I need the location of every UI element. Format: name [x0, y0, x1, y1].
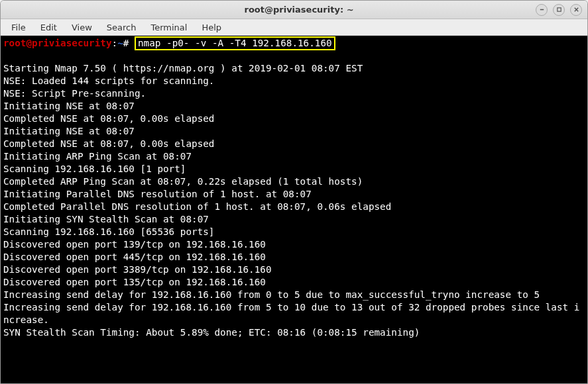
- output-line: Initiating ARP Ping Scan at 08:07: [3, 151, 192, 162]
- maximize-icon: [556, 7, 562, 13]
- output-line: Initiating SYN Stealth Scan at 08:07: [3, 214, 209, 224]
- menu-terminal[interactable]: Terminal: [144, 21, 194, 34]
- output-line: Increasing send delay for 192.168.16.160…: [3, 289, 540, 300]
- output-line: Initiating Parallel DNS resolution of 1 …: [3, 189, 312, 199]
- output-line: Discovered open port 139/tcp on 192.168.…: [3, 239, 266, 250]
- menu-edit[interactable]: Edit: [34, 21, 64, 34]
- minimize-button[interactable]: [536, 4, 548, 16]
- output-line: NSE: Loaded 144 scripts for scanning.: [3, 75, 214, 86]
- output-line: Completed Parallel DNS resolution of 1 h…: [3, 201, 391, 212]
- output-line: Completed NSE at 08:07, 0.00s elapsed: [3, 138, 214, 149]
- output-line: Starting Nmap 7.50 ( https://nmap.org ) …: [3, 63, 363, 73]
- window-titlebar: root@priviasecurity: ~: [1, 1, 587, 19]
- output-line: Increasing send delay for 192.168.16.160…: [3, 302, 579, 325]
- window-controls: [536, 4, 582, 16]
- menu-view[interactable]: View: [65, 21, 99, 34]
- minimize-icon: [539, 7, 545, 13]
- output-line: Discovered open port 135/tcp on 192.168.…: [3, 277, 266, 287]
- output-line: Scanning 192.168.16.160 [65536 ports]: [3, 226, 214, 237]
- prompt-path: ~: [117, 38, 123, 48]
- output-line: Completed NSE at 08:07, 0.00s elapsed: [3, 113, 214, 124]
- output-line: NSE: Script Pre-scanning.: [3, 88, 146, 99]
- menu-file[interactable]: File: [5, 21, 32, 34]
- output-line: Discovered open port 3389/tcp on 192.168…: [3, 264, 272, 275]
- prompt-user-host: root@priviasecurity: [3, 38, 112, 48]
- maximize-button[interactable]: [553, 4, 565, 16]
- menubar: File Edit View Search Terminal Help: [1, 19, 587, 36]
- output-line: Completed ARP Ping Scan at 08:07, 0.22s …: [3, 176, 363, 187]
- prompt-separator: :: [112, 38, 118, 48]
- output-line: Initiating NSE at 08:07: [3, 101, 135, 111]
- window-title: root@priviasecurity: ~: [62, 5, 536, 15]
- menu-help[interactable]: Help: [195, 21, 228, 34]
- prompt-symbol: #: [123, 38, 129, 48]
- output-line: Scanning 192.168.16.160 [1 port]: [3, 164, 186, 174]
- menu-search[interactable]: Search: [100, 21, 143, 34]
- terminal-output[interactable]: root@priviasecurity:~# nmap -p0- -v -A -…: [1, 36, 587, 384]
- output-line: Discovered open port 445/tcp on 192.168.…: [3, 252, 266, 262]
- command-highlight: nmap -p0- -v -A -T4 192.168.16.160: [135, 36, 335, 50]
- close-icon: [573, 7, 579, 13]
- output-line: Initiating NSE at 08:07: [3, 126, 135, 136]
- output-line: SYN Stealth Scan Timing: About 5.89% don…: [3, 327, 420, 338]
- close-button[interactable]: [570, 4, 582, 16]
- svg-rect-1: [557, 8, 560, 11]
